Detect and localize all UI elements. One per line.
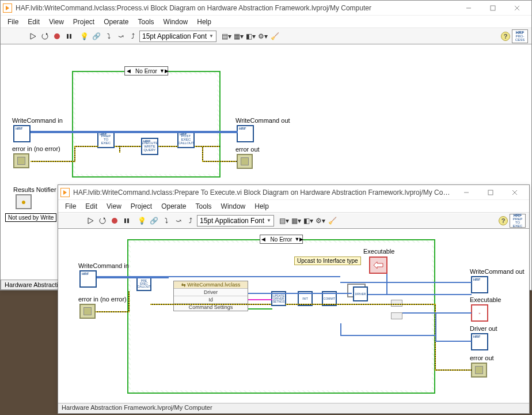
close-button[interactable] [503,186,527,199]
case-structure[interactable]: ◀ No Error ▼▶ [127,239,435,394]
vi-icon-badge[interactable]: HRF PRO- CESS [512,29,528,43]
menu-tools[interactable]: Tools [191,200,216,212]
terminal-executable-out[interactable]: » [471,304,488,322]
case-prev-icon[interactable]: ◀ [260,236,267,242]
svg-point-11 [112,218,117,224]
unbundle-row-driver[interactable]: Driver [174,289,248,296]
context-help-icon[interactable]: ? [499,216,508,225]
case-selector[interactable]: ◀ No Error ▼▶ [260,235,303,244]
maximize-button[interactable] [478,186,503,199]
terminal-error-in[interactable] [79,304,96,319]
subvi-driver[interactable]: DRIVER [353,286,368,301]
step-into-button[interactable]: ⤵ [103,31,114,42]
wire-error-3v [119,146,120,153]
reorder-button[interactable]: ⚙▾ [257,31,268,42]
menu-operate[interactable]: Operate [157,200,191,212]
step-out-button[interactable]: ⤴ [127,31,138,42]
terminal-error-out[interactable] [237,154,253,169]
menu-edit[interactable]: Edit [81,200,102,212]
merge-errors-2[interactable] [391,312,402,319]
step-out-button[interactable]: ⤴ [185,215,196,226]
menu-tools[interactable]: Tools [134,16,159,28]
terminal-writecommand-in[interactable] [13,125,31,142]
menu-window[interactable]: Window [159,16,193,28]
menu-help[interactable]: Help [192,16,216,28]
menu-edit[interactable]: Edit [23,16,44,28]
terminal-writecommand-out[interactable] [471,276,488,293]
terminal-driver-out[interactable] [471,333,488,350]
run-continuously-button[interactable] [97,215,108,226]
menu-file[interactable]: File [60,200,81,212]
font-selector[interactable]: 15pt Application Font ▼ [139,31,216,42]
case-next-icon[interactable]: ▼▶ [161,68,168,74]
unbundle-by-name[interactable]: ⇆ WriteCommand.lvclass Driver Id Command… [173,281,248,311]
statusbar-project: Hardware Abstraction Framework.lvproj/My… [62,404,212,411]
step-over-button[interactable]: ⤻ [173,215,184,226]
distribute-button[interactable]: ▦▾ [291,215,302,226]
case-structure[interactable]: ◀ No Error ▼▶ [72,71,221,178]
maximize-button[interactable] [481,1,505,15]
abort-button[interactable] [51,31,62,42]
block-diagram-canvas[interactable]: ◀ No Error ▼▶ WriteCommand in error in (… [58,229,529,403]
cleanup-button[interactable]: 🧹 [327,215,338,226]
step-over-button[interactable]: ⤻ [115,31,126,42]
pause-button[interactable] [121,215,132,226]
resize-button[interactable]: ◧▾ [245,31,256,42]
align-button[interactable]: ▤▾ [221,31,232,42]
context-help-icon[interactable]: ? [501,32,510,41]
menu-view[interactable]: View [102,200,126,212]
run-button[interactable] [85,215,96,226]
label-executable-const: Executable [363,248,394,255]
wire-green-settings [248,308,272,310]
wire-err-c [286,304,435,305]
retain-wire-values-button[interactable]: 🔗 [149,215,159,226]
wire-driverout-h [435,341,472,342]
close-button[interactable] [505,1,529,15]
terminal-writecommand-in[interactable] [79,270,97,288]
menu-project[interactable]: Project [126,200,157,212]
step-into-button[interactable]: ⤵ [161,215,172,226]
font-label: 15pt Application Font [142,32,207,40]
minimize-button[interactable] [457,1,481,15]
terminal-results-notifier[interactable]: ● [16,194,32,209]
class-constant-executable[interactable] [369,256,387,274]
terminal-writecommand-out[interactable] [237,125,254,142]
pause-button[interactable] [63,31,74,42]
reorder-button[interactable]: ⚙▾ [315,215,326,226]
retain-wire-values-button[interactable]: 🔗 [91,31,102,42]
subvi-prep-to-exec[interactable]: PREP TO EXEC [97,131,115,148]
terminal-error-out[interactable] [471,363,487,378]
case-prev-icon[interactable]: ◀ [125,68,132,74]
highlight-exec-button[interactable]: 💡 [136,215,147,226]
cleanup-button[interactable]: 🧹 [269,31,280,42]
menu-file[interactable]: File [3,16,23,28]
unbundle-row-id[interactable]: Id [174,296,248,304]
menu-project[interactable]: Project [69,16,99,28]
titlebar[interactable]: HAF.lvlib:WriteCommand.lvclass:Process.v… [1,1,531,16]
font-selector[interactable]: 15pt Application Font ▼ [197,215,274,227]
menubar: File Edit View Project Operate Tools Win… [1,16,531,28]
menu-operate[interactable]: Operate [99,16,133,28]
titlebar[interactable]: HAF.lvlib:WriteCommand.lvclass:Prepare T… [58,185,529,200]
highlight-exec-button[interactable]: 💡 [79,31,90,42]
subvi-post-exec-callout[interactable]: POST EXEC CALLOUT [177,131,195,148]
menu-window[interactable]: Window [216,200,250,212]
resize-button[interactable]: ◧▾ [303,215,314,226]
terminal-error-in[interactable] [13,153,29,168]
minimize-button[interactable] [454,186,478,199]
distribute-button[interactable]: ▦▾ [233,31,244,42]
abort-button[interactable] [109,215,120,226]
subvi-execute-write-query[interactable]: EXECUTE WRITE QUERY [141,138,158,155]
wire-error-5v [202,146,203,161]
unbundle-class-label: ⇆ WriteCommand.lvclass [174,281,248,289]
merge-errors[interactable] [391,300,402,307]
vi-icon-badge[interactable]: HRF PREP TO EXEC [510,214,526,228]
menu-help[interactable]: Help [250,200,273,212]
run-button[interactable] [27,31,38,42]
case-next-icon[interactable]: ▼▶ [295,236,302,242]
svg-rect-1 [491,6,495,10]
run-continuously-button[interactable] [39,31,50,42]
menu-view[interactable]: View [44,16,69,28]
align-button[interactable]: ▤▾ [279,215,290,226]
case-selector[interactable]: ◀ No Error ▼▶ [124,66,168,76]
